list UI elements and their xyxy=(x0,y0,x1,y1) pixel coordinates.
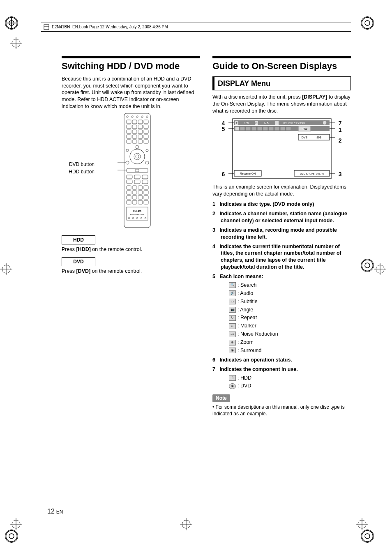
figure-caption: This is an example screen for explanatio… xyxy=(212,184,351,198)
section-title-switching: Switching HDD / DVD mode xyxy=(62,56,200,72)
svg-rect-118 xyxy=(269,127,274,131)
angle-icon: 📷 xyxy=(229,307,236,313)
svg-text:-RW: -RW xyxy=(302,127,307,130)
callout-2: 2 xyxy=(339,137,342,145)
icon-label: : Audio xyxy=(238,290,253,297)
registration-mark xyxy=(5,16,18,30)
registration-mark xyxy=(361,259,374,272)
svg-text:HDD & DVD RECORDER: HDD & DVD RECORDER xyxy=(130,214,144,216)
dvd-icon: ◉ xyxy=(229,383,236,389)
svg-rect-119 xyxy=(274,127,279,131)
header-filename: E2N41BN_EN.book Page 12 Wednesday, July … xyxy=(41,23,351,32)
registration-mark xyxy=(5,530,18,543)
item-1: 1 Indicates a disc type. (DVD mode only) xyxy=(212,201,314,207)
svg-text:T: T xyxy=(235,122,238,124)
left-column: Switching HDD / DVD mode Because this un… xyxy=(62,56,200,417)
icon-label: : DVD xyxy=(238,382,251,389)
item-3: 3 Indicates a media, recording mode and … xyxy=(212,227,337,240)
callout-1: 1 xyxy=(339,126,342,134)
icon-label: : Surround xyxy=(238,347,261,354)
svg-text:0:01:00 / 1:23:45: 0:01:00 / 1:23:45 xyxy=(283,122,305,124)
note-text: • For some descriptions on this manual, … xyxy=(212,404,351,417)
svg-point-16 xyxy=(365,263,370,268)
callout-5: 5 xyxy=(222,125,225,133)
icon-label: : Marker xyxy=(238,322,256,329)
svg-rect-108 xyxy=(275,121,279,125)
search-icon: 🔍 xyxy=(229,282,236,288)
crop-cross-icon xyxy=(10,518,22,530)
remote-control-illustration: PHILIPS HDD & DVD RECORDER xyxy=(96,113,178,228)
crop-cross-icon xyxy=(180,518,192,530)
remote-figure: DVD button HDD button xyxy=(74,113,200,230)
svg-point-24 xyxy=(9,534,14,539)
hdd-badge: HDD xyxy=(62,235,95,244)
icon-label: : HDD xyxy=(238,375,251,382)
marker-icon: ▪▪ xyxy=(229,323,236,329)
header-text: E2N41BN_EN.book Page 12 Wednesday, July … xyxy=(52,24,168,30)
svg-text:C: C xyxy=(255,122,257,124)
repeat-icon: ↻ xyxy=(229,315,236,321)
svg-rect-120 xyxy=(280,127,285,131)
item-4: 4 Indicates the current title number/tot… xyxy=(212,244,341,270)
item-5: 5 Each icon means: xyxy=(212,274,263,279)
dvd-instruction: Press [DVD] on the remote control. xyxy=(62,268,200,275)
item-7: 7 Indicates the component in use. xyxy=(212,366,298,372)
svg-point-23 xyxy=(6,531,17,542)
display-menu-intro: With a disc inserted into the unit, pres… xyxy=(212,94,351,115)
right-column: Guide to On-Screen Displays DISPLAY Menu… xyxy=(212,56,351,417)
noise-reduction-icon: NR xyxy=(229,332,236,337)
item-6: 6 Indicates an operation status. xyxy=(212,357,292,363)
svg-text:PHILIPS: PHILIPS xyxy=(133,210,141,212)
crop-cross-icon xyxy=(0,263,12,275)
dvd-badge: DVD xyxy=(62,257,95,266)
osd-example-figure: 4 5 6 7 1 2 3 T 1/ 5 C 1/ 5 0:01:00 / 1:… xyxy=(228,118,335,182)
svg-text:899: 899 xyxy=(316,136,321,139)
svg-point-110 xyxy=(323,121,327,125)
svg-text:Resume ON: Resume ON xyxy=(240,172,256,175)
surround-icon: ◉ xyxy=(229,348,236,353)
subsection-display-menu: DISPLAY Menu xyxy=(212,76,351,90)
svg-rect-114 xyxy=(246,127,251,131)
item-2: 2 Indicates a channel number, station na… xyxy=(212,211,347,223)
svg-rect-115 xyxy=(251,127,256,131)
svg-rect-113 xyxy=(240,127,245,131)
component-icon-list: ▯ : HDD ◉ : DVD xyxy=(221,375,351,390)
svg-text:1/ 5: 1/ 5 xyxy=(264,122,269,124)
svg-text:1/ 5: 1/ 5 xyxy=(244,122,249,124)
callout-6: 6 xyxy=(222,170,225,178)
page-number: 12EN xyxy=(47,507,63,516)
section-title-guide: Guide to On-Screen Displays xyxy=(212,56,351,72)
icon-label: : Subtitle xyxy=(238,298,258,305)
svg-rect-30 xyxy=(44,25,49,30)
svg-rect-117 xyxy=(263,127,268,131)
icon-label: : Repeat xyxy=(238,314,257,321)
hdd-button-label: HDD button xyxy=(62,168,95,175)
note-label: Note xyxy=(212,394,230,402)
registration-mark xyxy=(361,530,374,543)
registration-mark xyxy=(361,16,374,30)
icon-label: : Noise Reduction xyxy=(238,331,278,338)
icon-meaning-list: 🔍 : Search 🔊 : Audio ▭ : Subtitle 📷 : An… xyxy=(221,282,351,354)
svg-point-26 xyxy=(365,534,370,539)
icon-label: : Search xyxy=(238,282,257,289)
svg-rect-116 xyxy=(257,127,262,131)
zoom-icon: ⊕ xyxy=(229,340,236,345)
icon-label: : Angle xyxy=(238,306,253,313)
dvd-button-label: DVD button xyxy=(62,161,95,168)
book-icon xyxy=(44,24,49,30)
subtitle-icon: ▭ xyxy=(229,299,236,304)
svg-point-4 xyxy=(362,18,373,29)
crop-cross-icon xyxy=(356,518,368,530)
svg-point-25 xyxy=(362,531,373,542)
svg-point-15 xyxy=(362,260,373,271)
hdd-instruction: Press [HDD] on the remote control. xyxy=(62,246,200,253)
crop-cross-icon xyxy=(374,263,386,275)
svg-point-5 xyxy=(365,21,370,25)
hdd-icon: ▯ xyxy=(229,375,236,381)
svg-text:DVB: DVB xyxy=(301,136,307,139)
svg-rect-121 xyxy=(286,127,291,131)
intro-text: Because this unit is a combination of an… xyxy=(62,76,200,110)
icon-label: : Zoom xyxy=(238,339,254,346)
svg-text:DVD SP(2Hr)      0h57m: DVD SP(2Hr) 0h57m xyxy=(300,172,324,175)
callout-3: 3 xyxy=(339,170,342,178)
